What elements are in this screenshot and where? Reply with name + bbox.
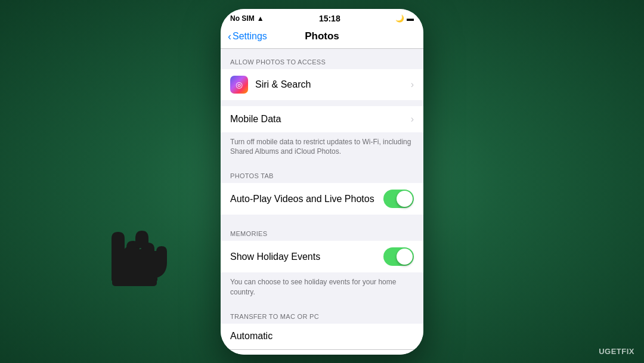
spacer-1 (221, 100, 423, 106)
siri-search-row[interactable]: ◎ Siri & Search › (221, 69, 423, 100)
status-time: 15:18 (319, 14, 340, 23)
allow-photos-group: ◎ Siri & Search › (221, 69, 423, 100)
mobile-data-row[interactable]: Mobile Data › (221, 106, 423, 132)
siri-icon: ◎ (230, 76, 248, 94)
status-right: 🌙 ▬ (395, 14, 414, 23)
memories-group: Show Holiday Events (221, 241, 423, 272)
mobile-data-group: Mobile Data › (221, 106, 423, 132)
memories-header: MEMORIES (221, 221, 423, 241)
back-button[interactable]: ‹ Settings (228, 31, 267, 42)
mobile-data-label: Mobile Data (230, 114, 411, 125)
photos-tab-group: Auto-Play Videos and Live Photos (221, 183, 423, 215)
battery-icon: ▬ (407, 14, 414, 23)
hand-cursor-icon (94, 215, 172, 292)
siri-search-label: Siri & Search (255, 79, 411, 90)
autoplay-toggle-knob (397, 191, 413, 207)
holiday-events-row: Show Holiday Events (221, 241, 423, 272)
nav-bar: ‹ Settings Photos (221, 26, 423, 49)
autoplay-toggle[interactable] (383, 190, 414, 208)
holiday-events-toggle-knob (397, 249, 413, 265)
status-bar: No SIM ▲ 15:18 🌙 ▬ (221, 9, 423, 26)
autoplay-row: Auto-Play Videos and Live Photos (221, 183, 423, 215)
carrier-label: No SIM (230, 14, 255, 23)
moon-icon: 🌙 (395, 14, 404, 23)
automatic-row[interactable]: Automatic (221, 324, 423, 350)
back-chevron-icon: ‹ (228, 31, 231, 42)
autoplay-label: Auto-Play Videos and Live Photos (230, 194, 383, 204)
memories-description: You can choose to see holiday events for… (221, 272, 423, 303)
photos-tab-header: PHOTOS TAB (221, 163, 423, 183)
wifi-icon: ▲ (257, 14, 264, 23)
content-area: ALLOW PHOTOS TO ACCESS ◎ Siri & Search ›… (221, 49, 423, 355)
holiday-events-toggle[interactable] (383, 247, 414, 266)
automatic-label: Automatic (230, 331, 414, 342)
svg-rect-0 (112, 277, 157, 286)
holiday-events-label: Show Holiday Events (230, 252, 383, 262)
mobile-data-chevron-icon: › (411, 114, 414, 125)
mobile-data-description: Turn off mobile data to restrict updates… (221, 132, 423, 163)
back-label[interactable]: Settings (233, 31, 267, 42)
phone-frame: No SIM ▲ 15:18 🌙 ▬ ‹ Settings Photos ALL… (221, 9, 423, 355)
watermark: UGETFIX (599, 347, 634, 356)
status-left: No SIM ▲ (230, 14, 264, 23)
transfer-group: Automatic Keep Originals ✓ (221, 324, 423, 355)
transfer-header: TRANSFER TO MAC OR PC (221, 303, 423, 324)
allow-photos-header: ALLOW PHOTOS TO ACCESS (221, 49, 423, 69)
keep-originals-row[interactable]: Keep Originals ✓ (221, 350, 423, 355)
siri-search-chevron-icon: › (411, 79, 414, 90)
page-title: Photos (305, 30, 339, 42)
spacer-2 (221, 215, 423, 221)
